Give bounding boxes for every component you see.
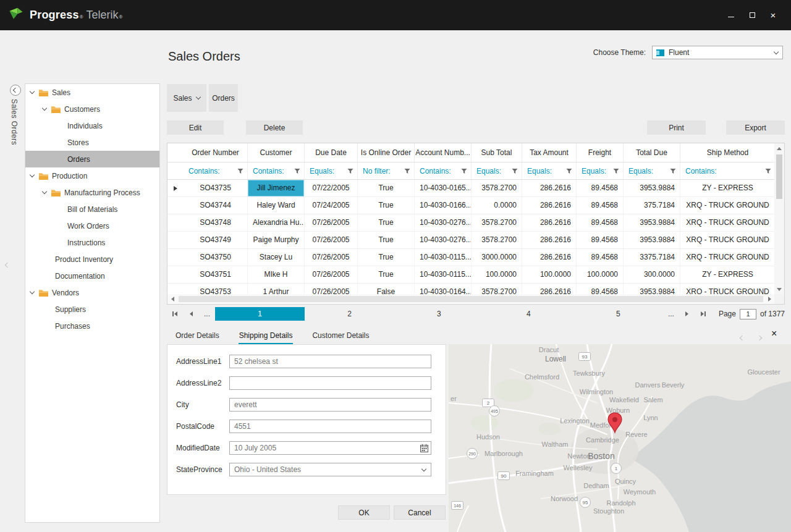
grid-cell[interactable]: 286.2616 [522,284,577,294]
pager-page-2[interactable]: 2 [305,307,394,321]
minimize-button[interactable] [721,0,742,30]
pager-page-3[interactable]: 3 [394,307,484,321]
grid-cell[interactable]: 3578.2700 [472,284,522,294]
field-input-city[interactable] [229,398,431,412]
grid-row-SO43748[interactable]: SO43748Alexandria Hu...07/26/2005True10-… [167,214,774,232]
grid-cell[interactable]: 3578.2700 [472,180,522,196]
grid-cell[interactable]: MIke H [248,266,305,283]
grid-cell[interactable]: SO43735 [184,180,248,196]
column-header-tax-amount[interactable]: Tax Amount [522,143,577,162]
pager-ellipsis-left[interactable]: ... [199,307,215,321]
filter-cell-total-due[interactable]: Equals: [624,163,680,179]
grid-cell[interactable]: ZY - EXPRESS [680,266,774,283]
column-header-total-due[interactable]: Total Due [624,143,680,162]
grid-cell[interactable]: SO43750 [184,249,248,266]
grid-cell[interactable]: XRQ - TRUCK GROUND [680,197,774,214]
filter-cell-freight[interactable]: Equals: [577,163,624,179]
column-header-ship-method[interactable]: Ship Method [680,143,774,162]
grid-cell[interactable]: 286.2616 [522,232,577,248]
grid-cell[interactable]: True [358,249,415,266]
close-button[interactable]: × [763,0,784,30]
grid-vertical-scrollbar[interactable] [774,143,784,294]
grid-cell[interactable]: 0.0000 [472,197,522,214]
grid-cell[interactable]: 100.0000 [577,266,624,283]
tree-expander-icon[interactable] [30,289,35,294]
grid-cell[interactable]: 3000.0000 [472,249,522,266]
grid-cell[interactable]: SO43748 [184,214,248,231]
tree-item-bill-of-materials[interactable]: Bill of Materials [25,201,159,217]
filter-cell-customer[interactable]: Contains: [248,163,305,179]
export-button[interactable]: Export [726,120,785,135]
horizontal-scroll-thumb[interactable] [179,296,763,302]
tree-item-stores[interactable]: Stores [25,134,159,151]
shipping-map[interactable]: 93249529090195146 DracutLowellChelmsford… [449,344,791,532]
grid-cell[interactable]: 286.2616 [522,214,577,231]
theme-dropdown-button[interactable] [770,46,782,59]
calendar-button[interactable] [417,442,431,454]
tab-order-details[interactable]: Order Details [175,327,220,344]
tree-item-manufacturing-process[interactable]: Manufacturing Process [25,184,159,201]
tree-item-instructions[interactable]: Instructions [25,234,159,251]
grid-cell[interactable]: Paige Murphy [248,232,305,248]
grid-cell[interactable]: 3578.2700 [472,232,522,248]
tree-item-individuals[interactable]: Individuals [25,117,159,134]
tree-expander-icon[interactable] [30,172,35,177]
pager-page-4[interactable]: 4 [484,307,573,321]
breadcrumb-sales-button[interactable]: Sales [167,84,206,112]
tree-item-documentation[interactable]: Documentation [25,268,159,284]
grid-cell[interactable]: True [358,180,415,196]
grid-cell[interactable]: True [358,214,415,231]
grid-cell[interactable]: SO43744 [184,197,248,214]
maximize-button[interactable] [742,0,763,30]
grid-cell[interactable]: SO43753 [184,284,248,294]
scroll-up-button[interactable] [774,143,784,153]
grid-cell[interactable]: 07/26/2005 [305,232,358,248]
tree-item-work-orders[interactable]: Work Orders [25,217,159,234]
field-text-addressline2[interactable] [230,377,431,389]
grid-row-SO43749[interactable]: SO43749Paige Murphy07/26/2005True10-4030… [167,232,774,249]
grid-cell[interactable]: XRQ - TRUCK GROUND [680,214,774,231]
field-input-stateprovince[interactable] [229,463,431,476]
grid-cell[interactable]: 10-4030-0276... [415,232,472,248]
details-next-button[interactable] [758,331,761,342]
grid-cell[interactable]: True [358,266,415,283]
print-button[interactable]: Print [647,120,706,135]
pager-last-button[interactable] [695,307,711,321]
delete-button[interactable]: Delete [246,120,303,135]
filter-cell-ship-method[interactable]: Contains: [680,163,774,179]
tree-item-production[interactable]: Production [25,167,159,184]
grid-cell[interactable]: True [358,232,415,248]
grid-cell[interactable]: 10-4030-0276... [415,214,472,231]
column-header-sub-total[interactable]: Sub Total [472,143,522,162]
grid-cell[interactable]: 89.4568 [577,232,624,248]
tree-item-sales[interactable]: Sales [25,84,159,101]
grid-cell[interactable]: XRQ - TRUCK GROUND [680,232,774,248]
grid-cell[interactable]: Alexandria Hu... [248,214,305,231]
grid-cell[interactable]: 10-4030-0166... [415,197,472,214]
grid-cell[interactable]: 10-4030-0165... [415,180,472,196]
tab-shipping-details[interactable]: Shipping Details [239,327,294,344]
grid-cell[interactable]: 89.4568 [577,284,624,294]
grid-cell[interactable]: 07/24/2005 [305,197,358,214]
tree-item-product-inventory[interactable]: Product Inventory [25,251,159,268]
grid-cell[interactable]: 300.0000 [624,266,680,283]
grid-cell[interactable]: 286.2616 [522,197,577,214]
field-text-city[interactable] [230,399,431,411]
column-header-order-number[interactable]: Order Number [184,143,248,162]
column-header-due-date[interactable]: Due Date [305,143,358,162]
grid-row-SO43750[interactable]: SO43750Stacey Lu07/26/2005True10-4030-01… [167,249,774,266]
dropdown-button[interactable] [417,463,431,476]
grid-row-SO43753[interactable]: SO437531 Arthur07/26/2005False10-4030-01… [167,284,774,294]
pager-first-button[interactable] [167,307,183,321]
grid-cell[interactable]: XRQ - TRUCK GROUND [680,249,774,266]
tree-expander-icon[interactable] [42,189,47,194]
grid-cell[interactable]: 89.4568 [577,180,624,196]
grid-cell[interactable]: 10-4030-0115... [415,266,472,283]
grid-cell[interactable]: 3953.9884 [624,232,680,248]
details-close-button[interactable]: × [771,329,777,339]
cancel-button[interactable]: Cancel [394,505,446,520]
scroll-right-button[interactable] [764,294,774,304]
grid-cell[interactable]: False [358,284,415,294]
tree-item-customers[interactable]: Customers [25,101,159,117]
grid-cell[interactable]: 3953.9884 [624,284,680,294]
